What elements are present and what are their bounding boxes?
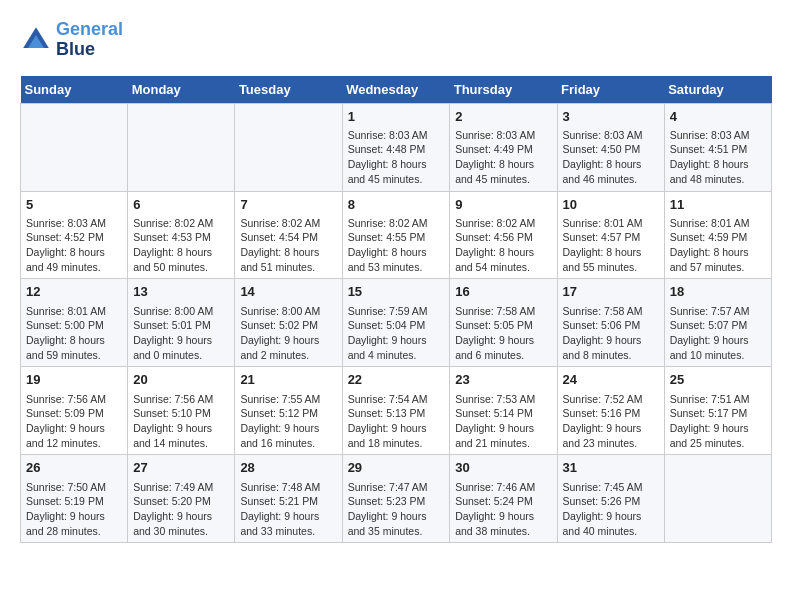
day-info: Sunrise: 7:51 AM Sunset: 5:17 PM Dayligh… xyxy=(670,392,766,451)
calendar-cell: 23Sunrise: 7:53 AM Sunset: 5:14 PM Dayli… xyxy=(450,367,557,455)
calendar-cell: 20Sunrise: 7:56 AM Sunset: 5:10 PM Dayli… xyxy=(128,367,235,455)
day-number: 20 xyxy=(133,371,229,389)
calendar-cell: 18Sunrise: 7:57 AM Sunset: 5:07 PM Dayli… xyxy=(664,279,771,367)
calendar-week-3: 12Sunrise: 8:01 AM Sunset: 5:00 PM Dayli… xyxy=(21,279,772,367)
calendar-week-5: 26Sunrise: 7:50 AM Sunset: 5:19 PM Dayli… xyxy=(21,455,772,543)
calendar-cell: 9Sunrise: 8:02 AM Sunset: 4:56 PM Daylig… xyxy=(450,191,557,279)
calendar-cell: 2Sunrise: 8:03 AM Sunset: 4:49 PM Daylig… xyxy=(450,103,557,191)
day-info: Sunrise: 7:54 AM Sunset: 5:13 PM Dayligh… xyxy=(348,392,445,451)
calendar-cell: 13Sunrise: 8:00 AM Sunset: 5:01 PM Dayli… xyxy=(128,279,235,367)
calendar-cell: 25Sunrise: 7:51 AM Sunset: 5:17 PM Dayli… xyxy=(664,367,771,455)
day-number: 26 xyxy=(26,459,122,477)
calendar-cell: 29Sunrise: 7:47 AM Sunset: 5:23 PM Dayli… xyxy=(342,455,450,543)
day-info: Sunrise: 8:00 AM Sunset: 5:01 PM Dayligh… xyxy=(133,304,229,363)
logo-icon xyxy=(20,24,52,56)
day-info: Sunrise: 8:02 AM Sunset: 4:56 PM Dayligh… xyxy=(455,216,551,275)
calendar-week-2: 5Sunrise: 8:03 AM Sunset: 4:52 PM Daylig… xyxy=(21,191,772,279)
calendar-table: SundayMondayTuesdayWednesdayThursdayFrid… xyxy=(20,76,772,544)
header-monday: Monday xyxy=(128,76,235,104)
day-number: 25 xyxy=(670,371,766,389)
day-info: Sunrise: 8:01 AM Sunset: 4:59 PM Dayligh… xyxy=(670,216,766,275)
day-number: 23 xyxy=(455,371,551,389)
day-info: Sunrise: 8:03 AM Sunset: 4:51 PM Dayligh… xyxy=(670,128,766,187)
day-info: Sunrise: 7:59 AM Sunset: 5:04 PM Dayligh… xyxy=(348,304,445,363)
day-number: 29 xyxy=(348,459,445,477)
day-number: 5 xyxy=(26,196,122,214)
day-number: 1 xyxy=(348,108,445,126)
calendar-cell: 16Sunrise: 7:58 AM Sunset: 5:05 PM Dayli… xyxy=(450,279,557,367)
calendar-cell: 21Sunrise: 7:55 AM Sunset: 5:12 PM Dayli… xyxy=(235,367,342,455)
calendar-cell: 10Sunrise: 8:01 AM Sunset: 4:57 PM Dayli… xyxy=(557,191,664,279)
day-number: 18 xyxy=(670,283,766,301)
day-info: Sunrise: 7:52 AM Sunset: 5:16 PM Dayligh… xyxy=(563,392,659,451)
day-number: 11 xyxy=(670,196,766,214)
day-info: Sunrise: 8:03 AM Sunset: 4:48 PM Dayligh… xyxy=(348,128,445,187)
day-info: Sunrise: 8:01 AM Sunset: 4:57 PM Dayligh… xyxy=(563,216,659,275)
calendar-cell: 28Sunrise: 7:48 AM Sunset: 5:21 PM Dayli… xyxy=(235,455,342,543)
calendar-cell: 1Sunrise: 8:03 AM Sunset: 4:48 PM Daylig… xyxy=(342,103,450,191)
day-info: Sunrise: 8:02 AM Sunset: 4:53 PM Dayligh… xyxy=(133,216,229,275)
calendar-cell: 8Sunrise: 8:02 AM Sunset: 4:55 PM Daylig… xyxy=(342,191,450,279)
day-number: 22 xyxy=(348,371,445,389)
calendar-week-1: 1Sunrise: 8:03 AM Sunset: 4:48 PM Daylig… xyxy=(21,103,772,191)
day-info: Sunrise: 7:57 AM Sunset: 5:07 PM Dayligh… xyxy=(670,304,766,363)
calendar-cell xyxy=(664,455,771,543)
day-number: 10 xyxy=(563,196,659,214)
page-header: General Blue xyxy=(20,20,772,60)
day-number: 2 xyxy=(455,108,551,126)
calendar-cell: 4Sunrise: 8:03 AM Sunset: 4:51 PM Daylig… xyxy=(664,103,771,191)
day-number: 14 xyxy=(240,283,336,301)
calendar-cell xyxy=(128,103,235,191)
day-number: 7 xyxy=(240,196,336,214)
calendar-cell: 26Sunrise: 7:50 AM Sunset: 5:19 PM Dayli… xyxy=(21,455,128,543)
header-tuesday: Tuesday xyxy=(235,76,342,104)
calendar-cell: 12Sunrise: 8:01 AM Sunset: 5:00 PM Dayli… xyxy=(21,279,128,367)
calendar-cell: 27Sunrise: 7:49 AM Sunset: 5:20 PM Dayli… xyxy=(128,455,235,543)
logo-text: General Blue xyxy=(56,20,123,60)
day-number: 19 xyxy=(26,371,122,389)
day-number: 3 xyxy=(563,108,659,126)
calendar-cell: 14Sunrise: 8:00 AM Sunset: 5:02 PM Dayli… xyxy=(235,279,342,367)
day-info: Sunrise: 7:45 AM Sunset: 5:26 PM Dayligh… xyxy=(563,480,659,539)
calendar-week-4: 19Sunrise: 7:56 AM Sunset: 5:09 PM Dayli… xyxy=(21,367,772,455)
day-number: 17 xyxy=(563,283,659,301)
day-info: Sunrise: 7:58 AM Sunset: 5:06 PM Dayligh… xyxy=(563,304,659,363)
day-number: 27 xyxy=(133,459,229,477)
day-info: Sunrise: 7:56 AM Sunset: 5:10 PM Dayligh… xyxy=(133,392,229,451)
day-info: Sunrise: 8:03 AM Sunset: 4:52 PM Dayligh… xyxy=(26,216,122,275)
day-info: Sunrise: 7:53 AM Sunset: 5:14 PM Dayligh… xyxy=(455,392,551,451)
day-info: Sunrise: 8:02 AM Sunset: 4:54 PM Dayligh… xyxy=(240,216,336,275)
day-info: Sunrise: 8:02 AM Sunset: 4:55 PM Dayligh… xyxy=(348,216,445,275)
day-number: 31 xyxy=(563,459,659,477)
day-info: Sunrise: 7:55 AM Sunset: 5:12 PM Dayligh… xyxy=(240,392,336,451)
calendar-cell: 5Sunrise: 8:03 AM Sunset: 4:52 PM Daylig… xyxy=(21,191,128,279)
header-wednesday: Wednesday xyxy=(342,76,450,104)
day-info: Sunrise: 8:03 AM Sunset: 4:50 PM Dayligh… xyxy=(563,128,659,187)
day-info: Sunrise: 7:49 AM Sunset: 5:20 PM Dayligh… xyxy=(133,480,229,539)
logo: General Blue xyxy=(20,20,123,60)
day-number: 24 xyxy=(563,371,659,389)
day-number: 13 xyxy=(133,283,229,301)
day-number: 4 xyxy=(670,108,766,126)
calendar-cell: 30Sunrise: 7:46 AM Sunset: 5:24 PM Dayli… xyxy=(450,455,557,543)
day-info: Sunrise: 7:46 AM Sunset: 5:24 PM Dayligh… xyxy=(455,480,551,539)
day-number: 30 xyxy=(455,459,551,477)
calendar-cell xyxy=(235,103,342,191)
calendar-header-row: SundayMondayTuesdayWednesdayThursdayFrid… xyxy=(21,76,772,104)
day-info: Sunrise: 7:56 AM Sunset: 5:09 PM Dayligh… xyxy=(26,392,122,451)
day-number: 8 xyxy=(348,196,445,214)
calendar-cell: 7Sunrise: 8:02 AM Sunset: 4:54 PM Daylig… xyxy=(235,191,342,279)
day-number: 9 xyxy=(455,196,551,214)
header-sunday: Sunday xyxy=(21,76,128,104)
calendar-cell: 17Sunrise: 7:58 AM Sunset: 5:06 PM Dayli… xyxy=(557,279,664,367)
day-info: Sunrise: 7:48 AM Sunset: 5:21 PM Dayligh… xyxy=(240,480,336,539)
calendar-cell xyxy=(21,103,128,191)
day-number: 12 xyxy=(26,283,122,301)
day-info: Sunrise: 7:50 AM Sunset: 5:19 PM Dayligh… xyxy=(26,480,122,539)
day-number: 21 xyxy=(240,371,336,389)
day-number: 28 xyxy=(240,459,336,477)
calendar-cell: 24Sunrise: 7:52 AM Sunset: 5:16 PM Dayli… xyxy=(557,367,664,455)
calendar-cell: 31Sunrise: 7:45 AM Sunset: 5:26 PM Dayli… xyxy=(557,455,664,543)
day-number: 16 xyxy=(455,283,551,301)
header-saturday: Saturday xyxy=(664,76,771,104)
